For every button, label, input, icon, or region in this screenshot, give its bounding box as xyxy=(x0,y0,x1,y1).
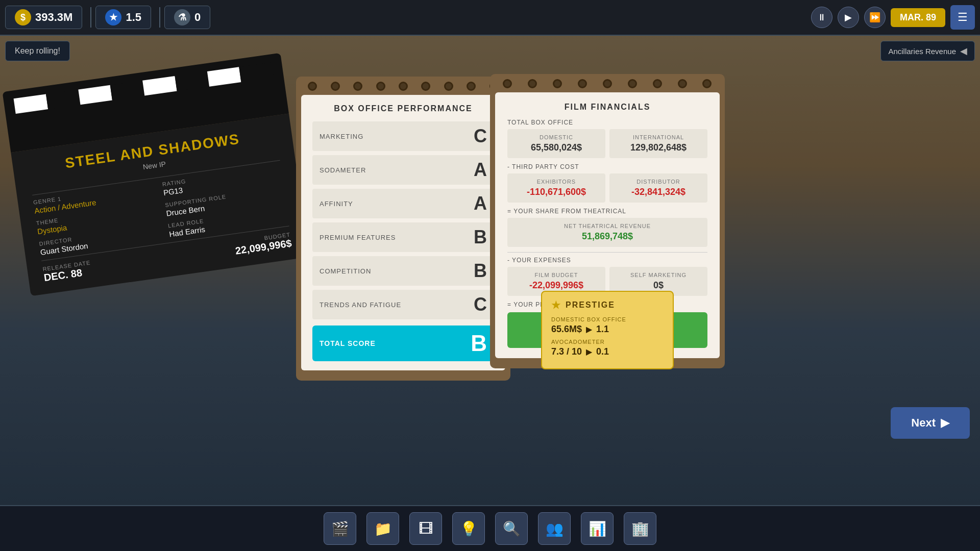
ff-intl-label: INTERNATIONAL xyxy=(616,134,701,140)
top-bar: $ 393.3M ★ 1.5 ⚗ 0 ⏸ ▶ ⏩ MAR. 89 ☰ xyxy=(0,0,980,36)
tb-reel-btn[interactable]: 🎞 xyxy=(409,512,442,545)
ff-hole-9 xyxy=(702,79,712,88)
tb-chart-btn[interactable]: 📊 xyxy=(581,512,614,545)
ff-theatrical-share-label: = YOUR SHARE FROM THEATRICAL xyxy=(507,208,707,215)
research-icon: ⚗ xyxy=(174,9,190,26)
tb-people-btn[interactable]: 👥 xyxy=(538,512,571,545)
stripe-4 xyxy=(110,81,144,101)
bo-panel: BOX OFFICE PERFORMANCE MARKETING C SODAM… xyxy=(296,77,510,381)
hole-6 xyxy=(421,82,430,91)
star-value: 1.5 xyxy=(126,11,141,24)
ancillaries-label: Ancillaries Revenue xyxy=(888,47,956,56)
star-stat: ★ 1.5 xyxy=(95,6,151,29)
bo-grade-marketing: C xyxy=(474,126,487,147)
ff-self-marketing-val: 0$ xyxy=(616,280,701,291)
star-icon: ★ xyxy=(105,9,121,26)
notification-bar: Keep rolling! xyxy=(5,41,70,61)
prestige-avocado-from: 7.3 / 10 xyxy=(551,346,582,357)
ff-title: FILM FINANCIALS xyxy=(507,103,707,112)
research-value: 0 xyxy=(194,11,201,24)
bo-grade-sodameter: A xyxy=(474,159,487,181)
hole-5 xyxy=(399,82,408,91)
ff-domestic-box: DOMESTIC 65,580,024$ xyxy=(507,129,605,158)
stripe-2 xyxy=(46,90,80,110)
ff-expenses-label: - YOUR EXPENSES xyxy=(507,257,707,264)
ff-hole-4 xyxy=(578,79,587,88)
tb-idea-btn[interactable]: 💡 xyxy=(452,512,485,545)
bo-total-label: TOTAL SCORE xyxy=(320,339,376,347)
bo-grade-trends: C xyxy=(474,294,487,315)
pause-button[interactable]: ⏸ xyxy=(811,7,832,28)
bo-title: BOX OFFICE PERFORMANCE xyxy=(312,104,494,113)
money-stat: $ 393.3M xyxy=(5,6,82,29)
prestige-title-text: PRESTIGE xyxy=(566,300,615,310)
ancillaries-bar: Ancillaries Revenue ◀ xyxy=(880,41,975,61)
ff-intl-val: 129,802,648$ xyxy=(616,142,701,153)
release-section: RELEASE DATE DEC. 88 xyxy=(42,260,92,284)
bo-total-row: TOTAL SCORE B xyxy=(312,325,494,361)
ff-hole-5 xyxy=(603,79,612,88)
prestige-title: ★ PRESTIGE xyxy=(551,299,664,311)
ff-domestic-label: DOMESTIC xyxy=(513,134,599,140)
clapperboard: STEEL AND SHADOWS New IP GENRE 1 Action … xyxy=(3,53,309,296)
ff-third-party-cols: EXHIBITORS -110,671,600$ DISTRIBUTOR -32… xyxy=(507,173,707,203)
tb-building-btn[interactable]: 🏢 xyxy=(624,512,656,545)
ff-net-theatrical-box: NET THEATRICAL REVENUE 51,869,748$ xyxy=(507,218,707,247)
prestige-avocado-row: AVOCADOMETER 7.3 / 10 ▶ 0.1 xyxy=(551,339,664,357)
tb-film-btn[interactable]: 🎬 xyxy=(324,512,356,545)
bo-row-sodameter: SODAMETER A xyxy=(312,155,494,185)
prestige-avocado-label: AVOCADOMETER xyxy=(551,339,664,345)
hole-8 xyxy=(467,82,476,91)
next-button[interactable]: Next ▶ xyxy=(891,407,970,439)
ancillaries-arrow: ◀ xyxy=(960,45,967,57)
hole-4 xyxy=(376,82,385,91)
budget-section: BUDGET 22,099,996$ xyxy=(234,231,292,257)
ff-divider xyxy=(507,252,707,253)
ff-self-marketing-label: SELF MARKETING xyxy=(616,272,701,278)
ff-bo-cols: DOMESTIC 65,580,024$ INTERNATIONAL 129,8… xyxy=(507,129,707,158)
bo-grade-premium: B xyxy=(474,227,487,248)
hole-7 xyxy=(444,82,453,91)
ff-exhibitors-val: -110,671,600$ xyxy=(513,187,599,197)
date-badge: MAR. 89 xyxy=(891,8,945,27)
bo-rows: MARKETING C SODAMETER A AFFINITY A PREMI… xyxy=(312,121,494,319)
bottom-toolbar: 🎬 📁 🎞 💡 🔍 👥 📊 🏢 xyxy=(0,505,980,551)
bo-label-sodameter: SODAMETER xyxy=(320,166,366,174)
ff-hole-6 xyxy=(628,79,637,88)
prestige-domestic-label: DOMESTIC BOX OFFICE xyxy=(551,316,664,322)
divider-2 xyxy=(159,7,160,28)
tb-folder-btn[interactable]: 📁 xyxy=(366,512,399,545)
next-arrow-icon: ▶ xyxy=(941,416,949,430)
ff-distributor-box: DISTRIBUTOR -32,841,324$ xyxy=(609,173,707,203)
hole-1 xyxy=(308,82,317,91)
bo-row-competition: COMPETITION B xyxy=(312,256,494,286)
prestige-domestic-from: 65.6M$ xyxy=(551,324,582,335)
bo-label-affinity: AFFINITY xyxy=(320,200,353,208)
stripe-7 xyxy=(207,67,241,87)
prestige-domestic-values: 65.6M$ ▶ 1.1 xyxy=(551,324,664,335)
bo-label-competition: COMPETITION xyxy=(320,267,371,275)
ff-hole-2 xyxy=(528,79,537,88)
ff-hole-7 xyxy=(653,79,662,88)
ff-net-theatrical-val: 51,869,748$ xyxy=(513,231,701,242)
play-button[interactable]: ▶ xyxy=(838,7,859,28)
research-stat: ⚗ 0 xyxy=(164,6,210,29)
bo-row-affinity: AFFINITY A xyxy=(312,189,494,218)
ff-net-theatrical-label: NET THEATRICAL REVENUE xyxy=(513,223,701,229)
bo-row-trends: TRENDS AND FATIGUE C xyxy=(312,290,494,319)
ff-distributor-val: -32,841,324$ xyxy=(616,187,701,197)
ff-hole-1 xyxy=(503,79,512,88)
money-value: 393.3M xyxy=(35,11,72,24)
top-right-controls: ⏸ ▶ ⏩ MAR. 89 ☰ xyxy=(811,5,975,30)
stripe-3 xyxy=(78,85,112,105)
prestige-right-arrow-1: ▶ xyxy=(586,324,592,334)
stripe-5 xyxy=(142,76,177,96)
tb-search-btn[interactable]: 🔍 xyxy=(495,512,528,545)
prestige-domestic-to: 1.1 xyxy=(596,324,609,335)
fast-forward-button[interactable]: ⏩ xyxy=(864,7,886,28)
menu-button[interactable]: ☰ xyxy=(950,5,975,30)
bo-label-marketing: MARKETING xyxy=(320,133,363,140)
prestige-right-arrow-2: ▶ xyxy=(586,347,592,357)
money-icon: $ xyxy=(15,9,31,26)
ff-exhibitors-label: EXHIBITORS xyxy=(513,179,599,185)
